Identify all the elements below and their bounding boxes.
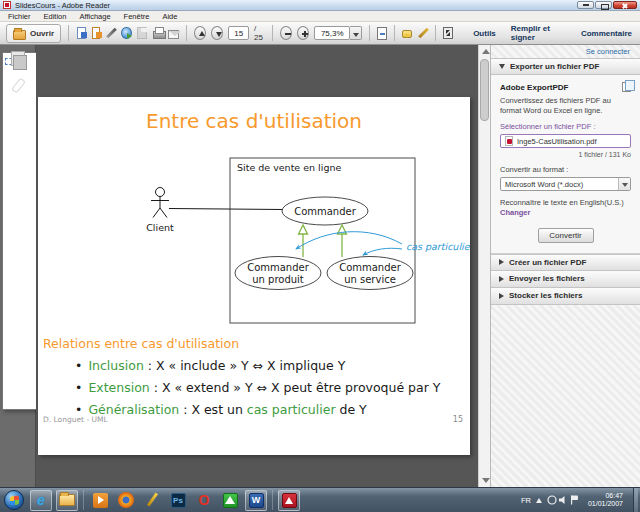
- convert-button[interactable]: Convertir: [538, 228, 594, 243]
- next-page-button[interactable]: [211, 26, 223, 40]
- vertical-scrollbar[interactable]: [478, 45, 490, 487]
- taskbar-green-app[interactable]: [219, 490, 241, 511]
- taskbar-photoshop[interactable]: Ps: [167, 490, 189, 511]
- toolbar: Ouvrir 15 / 25 75,3% Outils Remplir et s…: [0, 22, 640, 45]
- menu-edition[interactable]: Edition: [44, 12, 67, 21]
- menu-fichier[interactable]: Fichier: [8, 12, 31, 21]
- taskbar-opera[interactable]: O: [193, 490, 215, 511]
- show-desktop-button[interactable]: [633, 488, 638, 512]
- action-center-icon: [548, 496, 556, 504]
- menu-aide[interactable]: Aide: [162, 12, 177, 21]
- start-button[interactable]: [4, 490, 24, 510]
- actor-client-label: Client: [146, 222, 174, 233]
- previous-page-button[interactable]: [194, 26, 206, 40]
- scroll-down-arrow[interactable]: [482, 478, 490, 483]
- bullet-extension: •Extension : X « extend » Y ⇔ X peut êtr…: [75, 380, 470, 402]
- panel-filler: [491, 305, 640, 488]
- show-hidden-icons-button[interactable]: [536, 498, 542, 503]
- tray-status-icons: [547, 494, 581, 506]
- word-icon: W: [249, 493, 264, 508]
- print-icon[interactable]: [152, 27, 163, 40]
- save-icon[interactable]: [137, 27, 147, 39]
- zoom-level-input[interactable]: 75,3%: [314, 26, 350, 40]
- bullet-inclusion: •Inclusion : X « include » Y ⇔ X impliqu…: [75, 358, 470, 380]
- title-bar: SlidesCours - Adobe Reader: [0, 0, 640, 11]
- scrollbar-thumb[interactable]: [480, 59, 489, 121]
- export-brand: Adobe ExportPDF: [500, 83, 568, 92]
- svg-text:Commander: Commander: [294, 206, 357, 217]
- svg-text:Commander: Commander: [247, 262, 310, 273]
- folder-icon: [59, 494, 75, 506]
- send-files-section-header[interactable]: Envoyer les fichiers: [491, 271, 640, 288]
- fill-sign-tab[interactable]: Remplir et signer: [511, 24, 566, 42]
- photoshop-icon: Ps: [171, 493, 186, 508]
- open-folder-icon: [13, 30, 26, 40]
- document-area[interactable]: Entre cas d'utilisation Site de vente en…: [36, 45, 478, 487]
- create-pdf-section-header[interactable]: Créer un fichier PDF: [491, 254, 640, 271]
- close-button[interactable]: [613, 1, 637, 9]
- annotation-arrows: [296, 232, 402, 255]
- highlight-icon[interactable]: [417, 27, 428, 40]
- change-language-link[interactable]: Changer: [500, 208, 631, 217]
- select-file-label: Sélectionner un fichier PDF :: [500, 122, 631, 131]
- export-pdf-icon[interactable]: [92, 27, 101, 39]
- chevron-right-icon: [499, 259, 504, 265]
- restore-button[interactable]: [595, 1, 612, 9]
- scroll-up-arrow[interactable]: [482, 49, 490, 54]
- zoom-in-button[interactable]: [297, 26, 309, 40]
- taskbar-clock[interactable]: 06:47 01/01/2007: [588, 492, 623, 508]
- share-online-icon[interactable]: [121, 27, 131, 39]
- attachments-icon[interactable]: [11, 78, 25, 93]
- store-files-section-header[interactable]: Stocker les fichiers: [491, 288, 640, 305]
- relations-block: Relations entre cas d'utilisation •Inclu…: [38, 336, 470, 424]
- format-dropdown[interactable]: Microsoft Word (*.docx): [500, 177, 631, 191]
- dropdown-caret-icon: [618, 178, 630, 190]
- adobe-reader-icon: [282, 493, 297, 508]
- tools-tab[interactable]: Outils: [473, 29, 496, 38]
- pages-copy-icon: [622, 82, 631, 92]
- system-tray: FR 06:47 01/01/2007: [521, 488, 638, 512]
- export-pdf-panel-body: Adobe ExportPDF Convertissez des fichier…: [491, 75, 640, 254]
- taskbar-adobe-reader[interactable]: [278, 490, 300, 511]
- taskbar-pen-tool[interactable]: [141, 490, 163, 511]
- export-description: Convertissez des fichiers PDF au format …: [500, 96, 631, 115]
- adobe-reader-window: SlidesCours - Adobe Reader Fichier Editi…: [0, 0, 640, 512]
- pdf-page: Entre cas d'utilisation Site de vente en…: [38, 97, 470, 455]
- green-app-icon: [223, 493, 238, 508]
- media-player-icon: [93, 493, 108, 508]
- volume-icon: [559, 496, 565, 504]
- taskbar-internet-explorer[interactable]: e: [30, 490, 52, 511]
- format-label: Convertir au format :: [500, 165, 631, 174]
- page-thumbnails-icon[interactable]: [11, 51, 25, 66]
- taskbar-media-player[interactable]: [89, 490, 111, 511]
- tools-panel: Se connecter Exporter un fichier PDF Ado…: [490, 45, 640, 487]
- selected-pdf-file[interactable]: Inge5-CasUtilisation.pdf: [500, 134, 631, 148]
- system-boundary-label: Site de vente en ligne: [237, 162, 341, 173]
- zoom-out-button[interactable]: [280, 26, 292, 40]
- sign-icon[interactable]: [105, 27, 116, 40]
- minimize-button[interactable]: [577, 1, 594, 9]
- menu-fenetre[interactable]: Fenêtre: [124, 12, 150, 21]
- file-meta: 1 fichier / 131 Ko: [500, 151, 631, 158]
- page-number-input[interactable]: 15: [228, 26, 249, 40]
- language-indicator[interactable]: FR: [521, 496, 531, 505]
- window-title: SlidesCours - Adobe Reader: [15, 1, 577, 10]
- comment-tab[interactable]: Commentaire: [581, 29, 632, 38]
- menu-affichage[interactable]: Affichage: [79, 12, 110, 21]
- slide-author: D. Longuet - UML: [43, 415, 108, 424]
- comment-bubble-icon[interactable]: [402, 30, 412, 38]
- firefox-icon: [118, 492, 134, 508]
- fit-width-icon[interactable]: [377, 27, 387, 40]
- convert-to-pdf-icon[interactable]: [77, 27, 86, 39]
- windows-taskbar: e Ps O W FR 06:47 01/01/2007: [0, 487, 640, 512]
- fullscreen-icon[interactable]: [443, 27, 453, 39]
- taskbar-firefox[interactable]: [115, 490, 137, 511]
- email-icon[interactable]: [168, 30, 179, 39]
- export-pdf-section-header[interactable]: Exporter un fichier PDF: [491, 58, 640, 75]
- taskbar-word[interactable]: W: [245, 490, 267, 511]
- open-button[interactable]: Ouvrir: [6, 24, 61, 43]
- adobe-reader-app-icon: [3, 1, 11, 9]
- sign-in-link[interactable]: Se connecter: [586, 47, 630, 56]
- taskbar-windows-explorer[interactable]: [56, 490, 78, 511]
- zoom-dropdown-caret[interactable]: [350, 26, 362, 40]
